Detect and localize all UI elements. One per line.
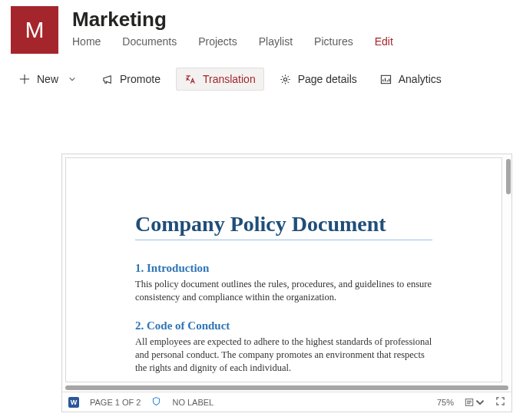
promote-label: Promote bbox=[120, 73, 161, 85]
document-preview-frame: Company Policy Document 1. Introduction … bbox=[61, 154, 512, 412]
document-title: Company Policy Document bbox=[135, 212, 432, 240]
translation-button[interactable]: Translation bbox=[176, 68, 264, 91]
sensitivity-icon bbox=[151, 396, 161, 408]
view-mode-button[interactable] bbox=[465, 398, 485, 407]
chevron-down-icon bbox=[66, 73, 78, 85]
sensitivity-label[interactable]: NO LABEL bbox=[172, 398, 214, 407]
status-bar: W PAGE 1 OF 2 NO LABEL 75% bbox=[62, 392, 511, 412]
analytics-icon bbox=[380, 73, 392, 85]
new-button[interactable]: New bbox=[11, 68, 86, 90]
page-indicator[interactable]: PAGE 1 OF 2 bbox=[90, 398, 141, 407]
doc-heading-1: 1. Introduction bbox=[135, 262, 432, 275]
analytics-button[interactable]: Analytics bbox=[372, 68, 449, 90]
site-nav: Home Documents Projects Playlist Picture… bbox=[72, 35, 512, 48]
document-viewport[interactable]: Company Policy Document 1. Introduction … bbox=[62, 154, 511, 392]
nav-projects[interactable]: Projects bbox=[198, 35, 237, 48]
megaphone-icon bbox=[101, 73, 114, 85]
document-page: Company Policy Document 1. Introduction … bbox=[65, 157, 502, 382]
translate-icon bbox=[184, 73, 197, 85]
horizontal-scrollbar[interactable] bbox=[65, 385, 508, 390]
vertical-scrollbar[interactable] bbox=[506, 159, 511, 194]
site-header: M Marketing Home Documents Projects Play… bbox=[0, 0, 523, 54]
page-details-button[interactable]: Page details bbox=[272, 68, 365, 90]
doc-body-2: All employees are expected to adhere to … bbox=[135, 336, 432, 375]
gear-icon bbox=[280, 73, 292, 85]
zoom-level[interactable]: 75% bbox=[437, 398, 454, 407]
nav-documents[interactable]: Documents bbox=[122, 35, 177, 48]
site-title: Marketing bbox=[72, 8, 512, 31]
svg-point-0 bbox=[284, 78, 287, 81]
fullscreen-button[interactable] bbox=[495, 396, 505, 408]
nav-pictures[interactable]: Pictures bbox=[314, 35, 353, 48]
page-details-label: Page details bbox=[298, 73, 357, 85]
new-label: New bbox=[37, 73, 58, 85]
promote-button[interactable]: Promote bbox=[94, 68, 168, 90]
plus-icon bbox=[18, 73, 31, 85]
word-icon: W bbox=[68, 397, 79, 408]
site-logo[interactable]: M bbox=[11, 6, 58, 54]
translation-label: Translation bbox=[203, 73, 256, 85]
nav-home[interactable]: Home bbox=[72, 35, 101, 48]
nav-edit[interactable]: Edit bbox=[375, 35, 393, 48]
analytics-label: Analytics bbox=[399, 73, 442, 85]
command-bar: New Promote Translation Page details Ana… bbox=[0, 54, 523, 98]
nav-playlist[interactable]: Playlist bbox=[259, 35, 293, 48]
doc-heading-2: 2. Code of Conduct bbox=[135, 319, 432, 332]
doc-body-1: This policy document outlines the rules,… bbox=[135, 278, 432, 304]
site-info: Marketing Home Documents Projects Playli… bbox=[72, 6, 512, 48]
